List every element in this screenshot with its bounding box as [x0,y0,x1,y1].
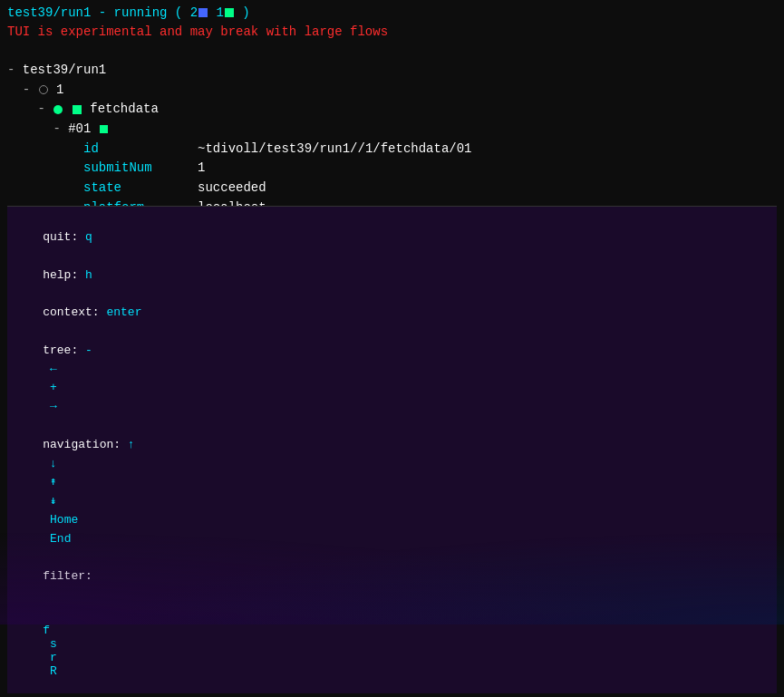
tree-label: tree: [43,344,85,357]
tree-right-key[interactable]: → [50,400,57,413]
fetchdata-type-sq [73,105,82,114]
quit-label: quit: [43,230,85,244]
nav-pagedown-key[interactable]: ↡ [50,494,57,508]
filter-r-key[interactable]: r [50,651,57,664]
nav-up-key[interactable]: ↑ [128,438,135,451]
filter-label: filter: [43,569,92,583]
title-line: test39/run1 - running ( 2 1 ) [7,4,777,23]
root-line: - test39/run1 [7,61,777,81]
navigation-label: navigation: [43,438,128,451]
nav-down-key[interactable]: ↓ [50,457,57,470]
context-key[interactable]: enter [106,305,141,319]
quit-key[interactable]: q [85,230,92,244]
empty-line-1 [7,42,777,61]
status-bar-second: f s r R [7,608,777,693]
fetchdata-job-line: - #01 [7,120,777,140]
help-label: help: [43,268,85,282]
fetchdata-id-line: id ~tdivoll/test39/run1//1/fetchdata/01 [7,140,777,160]
cycle-dot [39,85,48,94]
cycle-line: - 1 [7,81,777,101]
tree-plus-key[interactable]: + [50,381,57,394]
filter-f-key[interactable]: f [43,624,50,637]
nav-pageup-key[interactable]: ↟ [50,475,57,489]
status-bar: quit: q help: h context: enter tree: - ←… [7,206,777,608]
fetchdata-submitnum-line: submitNum 1 [7,159,777,179]
help-key[interactable]: h [85,268,92,282]
tree-left-key[interactable]: ← [50,363,57,376]
main-content: - test39/run1 - 1 - fetchdata - #01 id ~… [7,61,777,206]
warning-text: TUI is experimental and may break with l… [7,23,777,42]
terminal: test39/run1 - running ( 2 1 ) TUI is exp… [0,0,784,697]
fetchdata-job-sq [100,125,108,133]
fetchdata-task-line: - fetchdata [7,100,777,120]
fetchdata-platform-line: platform localhost [7,198,777,206]
nav-end-key[interactable]: End [50,532,71,546]
fetchdata-state-line: state succeeded [7,179,777,198]
filter-R-key[interactable]: R [50,664,57,678]
tree-minus-key[interactable]: - [85,344,92,357]
filter-s-key[interactable]: s [50,637,57,651]
fetchdata-status-dot [53,105,63,114]
context-label: context: [43,305,106,319]
title-text: test39/run1 - running ( 2 1 ) [7,5,250,20]
nav-home-key[interactable]: Home [50,513,78,527]
